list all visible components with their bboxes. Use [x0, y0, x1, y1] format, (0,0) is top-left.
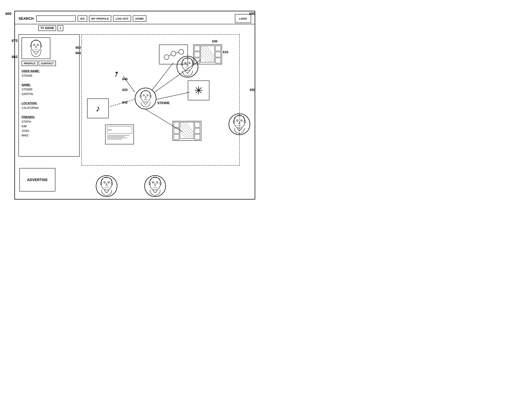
svg-line-45 [180, 125, 191, 139]
svg-point-4 [38, 45, 38, 45]
contact-button[interactable]: CONTACT [39, 61, 56, 66]
top-center-avatar-image [177, 57, 198, 77]
ref-610: 610 [223, 50, 228, 54]
username-label: USER NAME: [22, 70, 40, 73]
svg-rect-50 [195, 134, 200, 139]
tv-show-label: TV SHOW [38, 26, 56, 31]
friends-label: FRIENDS: [22, 116, 35, 119]
svg-line-46 [180, 128, 189, 139]
svg-rect-39 [174, 128, 179, 134]
ref-664: 664 [76, 51, 81, 55]
user-info-section: USER NAME: STEWIE NAME: STEWIEGRIFFIN LO… [22, 69, 40, 138]
header-bar: SEARCH GO MY PROFILE LOG OUT HOME LOGO [15, 11, 255, 24]
ref-660: 660 [76, 46, 81, 50]
central-node-label: STEWIE [157, 101, 170, 105]
svg-point-3 [34, 45, 34, 45]
home-button[interactable]: HOME [133, 15, 146, 22]
advertise-box: ADVERTISE [19, 168, 55, 192]
svg-point-69 [108, 182, 109, 183]
svg-point-61 [237, 120, 238, 121]
ref-670: 670 [12, 39, 18, 43]
ref-690: 690 [249, 12, 255, 16]
main-content-area: PROFILE CONTACT USER NAME: STEWIE NAME: … [15, 33, 255, 202]
svg-point-16 [143, 95, 144, 96]
tv-box-top [193, 45, 222, 64]
svg-rect-48 [195, 122, 200, 127]
search-label: SEARCH [19, 17, 34, 21]
svg-line-24 [176, 52, 179, 53]
fig-number-label: 600 [5, 12, 11, 16]
svg-line-31 [206, 46, 214, 57]
svg-point-62 [241, 120, 242, 121]
svg-line-44 [185, 122, 194, 133]
name-value: STEWIEGRIFFIN [22, 87, 40, 96]
network-diagram-area: ♪ ↗ http:// [81, 34, 240, 165]
svg-line-32 [200, 49, 212, 62]
ref-642: 642 [122, 101, 128, 105]
music-note-box: ♪ [87, 98, 109, 118]
svg-rect-36 [215, 52, 220, 57]
web-content-lines [107, 135, 132, 139]
svg-rect-26 [195, 52, 200, 57]
music-note-icon: ♪ [96, 103, 100, 114]
name-label: NAME: [22, 83, 31, 87]
log-out-button[interactable]: LOG OUT [113, 15, 131, 22]
go-button[interactable]: GO [78, 15, 87, 22]
ref-640: 640 [122, 77, 128, 81]
logo-box: LOGO [235, 14, 251, 23]
ref-620: 620 [122, 88, 128, 92]
right-side-avatar-image [229, 114, 250, 135]
svg-point-17 [147, 95, 148, 96]
dropdown-arrow-button[interactable]: ▼ [57, 25, 63, 31]
web-url-box: http:// [105, 125, 134, 144]
svg-point-22 [179, 49, 184, 54]
bottom-left-avatar [96, 175, 117, 197]
left-panel: PROFILE CONTACT USER NAME: STEWIE NAME: … [19, 34, 80, 157]
svg-rect-35 [215, 46, 220, 51]
svg-rect-40 [174, 134, 179, 139]
svg-line-30 [203, 46, 215, 59]
bottom-left-avatar-image [96, 176, 117, 196]
location-label: LOCATION: [22, 102, 37, 105]
username-value: STEWIE [22, 74, 40, 78]
svg-rect-38 [174, 122, 179, 127]
svg-point-76 [157, 182, 158, 183]
tv-grid-bottom-svg [173, 121, 201, 140]
svg-rect-25 [195, 46, 200, 51]
svg-point-21 [171, 51, 176, 56]
svg-rect-49 [195, 128, 200, 134]
web-url-bar: http:// [107, 126, 132, 134]
svg-line-34 [200, 55, 207, 62]
central-avatar-image [136, 89, 155, 108]
http-label: http:// [108, 129, 112, 131]
my-profile-button[interactable]: MY PROFILE [89, 15, 111, 22]
svg-point-54 [185, 63, 186, 63]
tv-box-bottom [172, 121, 201, 141]
main-diagram-container: SEARCH GO MY PROFILE LOG OUT HOME LOGO T… [14, 11, 255, 200]
profile-contact-buttons: PROFILE CONTACT [22, 61, 56, 66]
ref-650: 650 [250, 88, 255, 92]
svg-line-23 [169, 55, 171, 56]
ref-630: 630 [212, 39, 218, 43]
ref-662: 662 [12, 55, 18, 59]
central-avatar-node [135, 88, 156, 109]
bottom-right-avatar [144, 175, 166, 197]
top-center-avatar [177, 56, 198, 77]
svg-rect-37 [215, 58, 220, 63]
profile-photo [22, 37, 50, 59]
svg-point-20 [164, 55, 169, 59]
profile-button[interactable]: PROFILE [22, 61, 38, 66]
subheader-bar: TV SHOW ▼ [15, 24, 255, 33]
svg-point-68 [104, 182, 105, 183]
right-side-avatar [229, 114, 250, 135]
asterisk-icon: ✳ [194, 84, 203, 97]
svg-point-75 [153, 182, 153, 183]
svg-line-9 [156, 92, 190, 99]
asterisk-box: ✳ [188, 81, 209, 100]
search-input[interactable] [36, 15, 76, 22]
profile-avatar-image [23, 39, 48, 58]
svg-line-43 [183, 122, 194, 136]
svg-point-55 [189, 63, 190, 63]
location-value: CALIFORNIA [22, 106, 40, 110]
tv-grid-top-svg [194, 45, 222, 64]
